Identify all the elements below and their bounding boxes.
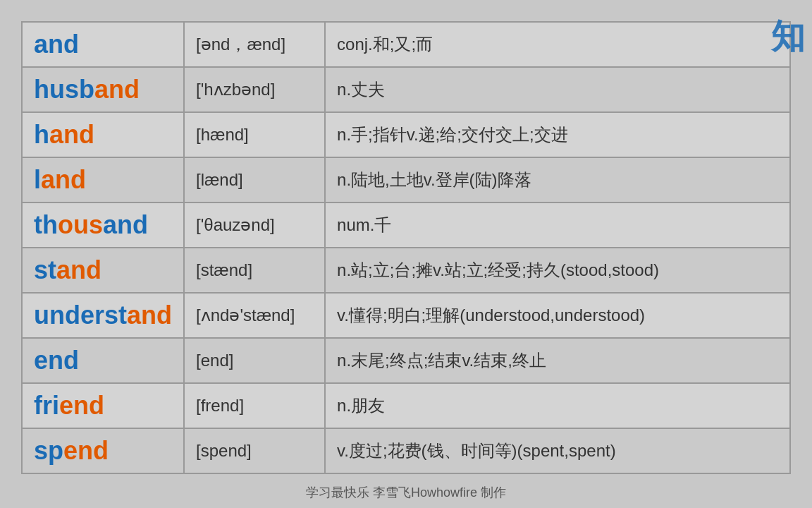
definition-cell: n.末尾;终点;结束v.结束,终止 [325, 338, 790, 383]
definition-cell: n.陆地,土地v.登岸(陆)降落 [325, 157, 790, 202]
phonetic-cell: [stænd] [184, 248, 325, 293]
phonetic-cell: ['hʌzbənd] [184, 67, 325, 112]
phonetic-cell: [lænd] [184, 157, 325, 202]
word-cell: hand [22, 112, 184, 157]
phonetic-cell: [frend] [184, 383, 325, 428]
definition-cell: v.度过;花费(钱、时间等)(spent,spent) [325, 428, 790, 473]
table-row: land[lænd]n.陆地,土地v.登岸(陆)降落 [22, 157, 790, 202]
definition-cell: v.懂得;明白;理解(understood,understood) [325, 293, 790, 338]
phonetic-cell: [hænd] [184, 112, 325, 157]
definition-cell: n.手;指针v.递;给;交付交上;交进 [325, 112, 790, 157]
word-cell: husband [22, 67, 184, 112]
table-row: stand[stænd]n.站;立;台;摊v.站;立;经受;持久(stood,s… [22, 248, 790, 293]
phonetic-cell: [end] [184, 338, 325, 383]
word-cell: and [22, 22, 184, 67]
word-cell: friend [22, 383, 184, 428]
vocabulary-table: and[ənd，ænd]conj.和;又;而husband['hʌzbənd]n… [21, 21, 791, 474]
definition-cell: conj.和;又;而 [325, 22, 790, 67]
table-row: hand[hænd]n.手;指针v.递;给;交付交上;交进 [22, 112, 790, 157]
phonetic-cell: [ʌndə'stænd] [184, 293, 325, 338]
table-row: end[end]n.末尾;终点;结束v.结束,终止 [22, 338, 790, 383]
word-cell: stand [22, 248, 184, 293]
table-row: spend[spend]v.度过;花费(钱、时间等)(spent,spent) [22, 428, 790, 473]
footer-text: 学习最快乐 李雪飞Howhowfire 制作 [0, 484, 812, 501]
word-cell: end [22, 338, 184, 383]
word-cell: thousand [22, 202, 184, 248]
word-cell: land [22, 157, 184, 202]
definition-cell: n.站;立;台;摊v.站;立;经受;持久(stood,stood) [325, 248, 790, 293]
table-row: thousand['θauzənd]num.千 [22, 202, 790, 248]
phonetic-cell: ['θauzənd] [184, 202, 325, 248]
phonetic-cell: [spend] [184, 428, 325, 473]
table-row: and[ənd，ænd]conj.和;又;而 [22, 22, 790, 67]
definition-cell: n.丈夫 [325, 67, 790, 112]
watermark: 知 [771, 14, 805, 59]
phonetic-cell: [ənd，ænd] [184, 22, 325, 67]
word-cell: understand [22, 293, 184, 338]
vocabulary-table-container: and[ənd，ænd]conj.和;又;而husband['hʌzbənd]n… [21, 21, 791, 473]
word-cell: spend [22, 428, 184, 473]
definition-cell: n.朋友 [325, 383, 790, 428]
table-row: husband['hʌzbənd]n.丈夫 [22, 67, 790, 112]
definition-cell: num.千 [325, 202, 790, 248]
table-row: friend[frend]n.朋友 [22, 383, 790, 428]
table-row: understand[ʌndə'stænd]v.懂得;明白;理解(underst… [22, 293, 790, 338]
